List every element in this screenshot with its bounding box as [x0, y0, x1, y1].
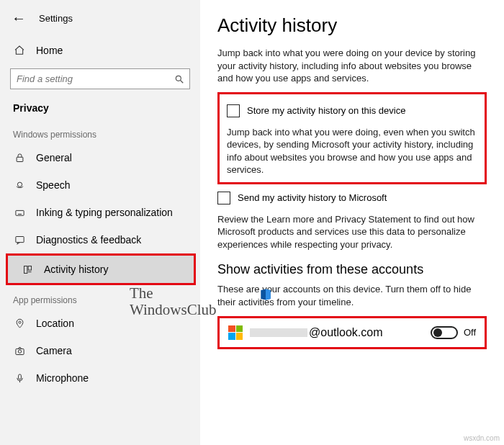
- back-button[interactable]: ←: [12, 10, 26, 27]
- accounts-desc: These are your accounts on this device. …: [217, 283, 487, 308]
- nav-label: Microphone: [36, 372, 89, 384]
- home-label: Home: [36, 45, 63, 56]
- svg-point-15: [18, 349, 21, 352]
- group-app-permissions: App permissions: [0, 285, 200, 310]
- page-title: Activity history: [217, 14, 487, 37]
- svg-point-13: [18, 321, 20, 323]
- review-text: Review the Learn more and Privacy Statem…: [217, 213, 487, 251]
- nav-microphone[interactable]: Microphone: [0, 364, 200, 392]
- accounts-heading: Show activities from these accounts: [217, 262, 487, 277]
- nav-speech[interactable]: Speech: [0, 171, 200, 199]
- nav-label: General: [36, 152, 72, 163]
- svg-rect-9: [15, 236, 23, 242]
- home-icon: [13, 44, 26, 57]
- nav-label: Inking & typing personalization: [36, 207, 173, 218]
- feedback-icon: [13, 233, 26, 246]
- nav-label: Location: [36, 318, 74, 329]
- svg-rect-16: [18, 374, 21, 379]
- microsoft-logo-icon: [228, 325, 243, 340]
- nav-general[interactable]: General: [0, 144, 200, 171]
- highlight-box-1: Store my activity history on this device…: [217, 92, 487, 184]
- nav-location[interactable]: Location: [0, 310, 200, 337]
- keyboard-icon: [13, 206, 26, 219]
- nav-home[interactable]: Home: [0, 38, 200, 63]
- nav-label: Speech: [36, 179, 70, 191]
- svg-rect-4: [15, 210, 23, 215]
- para-send-desc: Jump back into what you were doing, even…: [227, 126, 477, 176]
- account-toggle[interactable]: [431, 326, 458, 339]
- nav-camera[interactable]: Camera: [0, 337, 200, 364]
- checkbox-store-history[interactable]: [227, 104, 240, 117]
- nav-diagnostics[interactable]: Diagnostics & feedback: [0, 226, 200, 253]
- camera-icon: [13, 344, 26, 357]
- settings-title: Settings: [39, 13, 73, 24]
- checkbox-send-microsoft-label: Send my activity history to Microsoft: [238, 192, 387, 203]
- intro-text: Jump back into what you were doing on yo…: [217, 47, 487, 85]
- nav-label: Activity history: [44, 264, 108, 275]
- nav-activity-history[interactable]: Activity history: [6, 253, 196, 285]
- nav-inking[interactable]: Inking & typing personalization: [0, 199, 200, 226]
- activity-icon: [21, 263, 34, 276]
- location-icon: [13, 317, 26, 330]
- svg-rect-2: [17, 157, 23, 161]
- highlight-box-account: @outlook.com Off: [217, 316, 487, 349]
- nav-label: Camera: [36, 345, 72, 356]
- source-watermark: wsxdn.com: [464, 434, 500, 442]
- speech-icon: [13, 179, 26, 192]
- checkbox-store-history-label: Store my activity history on this device: [247, 105, 405, 116]
- content-pane: Activity history Jump back into what you…: [200, 0, 504, 445]
- account-email: @outlook.com: [250, 326, 383, 339]
- category-label: Privacy: [0, 95, 200, 120]
- svg-rect-10: [24, 266, 27, 273]
- nav-label: Diagnostics & feedback: [36, 234, 141, 246]
- toggle-state-label: Off: [464, 327, 476, 338]
- svg-rect-11: [28, 266, 31, 270]
- checkbox-send-microsoft[interactable]: [217, 192, 230, 204]
- sidebar: ← Settings Home Privacy Windows permissi…: [0, 0, 200, 445]
- group-windows-permissions: Windows permissions: [0, 120, 200, 144]
- svg-point-3: [17, 182, 22, 186]
- lock-icon: [13, 151, 26, 164]
- search-input[interactable]: [10, 68, 190, 89]
- microphone-icon: [13, 372, 26, 385]
